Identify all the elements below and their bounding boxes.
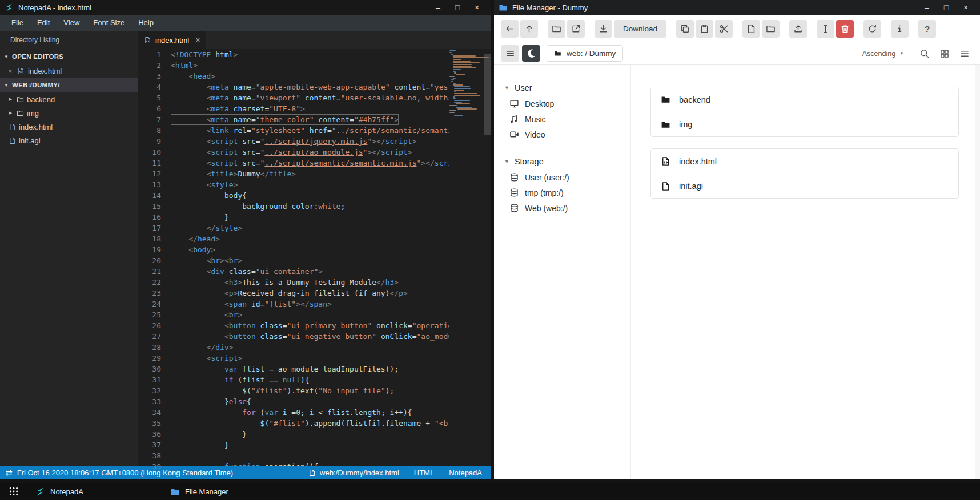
nav-item-web[interactable]: Web (web:/)	[504, 200, 630, 216]
menu-file[interactable]: File	[5, 15, 30, 31]
file-group: backendimg	[650, 87, 959, 137]
code-content[interactable]: <!DOCTYPE html><html> <head> <meta name=…	[171, 49, 449, 466]
tree-item-img[interactable]: ▶img	[0, 106, 138, 120]
maximize-button[interactable]: □	[448, 0, 467, 15]
workspace-section[interactable]: ▼ WEB:/DUMMY/	[0, 78, 138, 92]
minimap[interactable]	[449, 50, 483, 117]
tree-item-init.agi[interactable]: init.agi	[0, 134, 138, 147]
rename-button[interactable]	[817, 20, 834, 38]
file-row-backend[interactable]: backend	[651, 87, 958, 112]
taskbar-item-notepada[interactable]: NotepadA	[27, 483, 162, 500]
line-number: 6	[138, 103, 161, 114]
maximize-button[interactable]: □	[937, 0, 956, 15]
file-manager-titlebar[interactable]: File Manager - Dummy – □ ×	[494, 0, 980, 15]
code-line	[171, 450, 449, 461]
line-number: 12	[138, 168, 161, 179]
desktop-icon	[509, 99, 519, 108]
code-line: <script src="../script/jquery.min.js"></…	[171, 136, 449, 147]
tree-item-index.html[interactable]: index.html	[0, 120, 138, 134]
new-folder-button[interactable]	[762, 20, 780, 38]
scrollbar-thumb[interactable]	[484, 54, 491, 135]
minimize-button[interactable]: –	[917, 0, 937, 15]
code-editor[interactable]: 1234567891011121314151617181920212223242…	[138, 49, 491, 466]
file-row-init.agi[interactable]: init.agi	[651, 174, 958, 198]
editor-scrollbar[interactable]	[483, 49, 491, 466]
nav-item-desktop[interactable]: Desktop	[504, 96, 630, 111]
menu-view[interactable]: View	[57, 15, 86, 31]
editor-sidebar: Directory Listing ▼ OPEN EDITORS × index…	[0, 31, 138, 466]
close-icon[interactable]: ×	[195, 35, 200, 45]
nav-item-label: Web (web:/)	[525, 204, 568, 213]
back-button[interactable]	[501, 20, 519, 38]
download-icon-button[interactable]	[595, 20, 612, 38]
list-view-button[interactable]	[956, 45, 973, 62]
statusbar-app[interactable]: NotepadA	[449, 469, 482, 477]
code-line-text: <script src="../script/ao_module.js"></s…	[171, 147, 412, 158]
nav-item-user[interactable]: User (user:/)	[504, 170, 630, 185]
open-editors-section[interactable]: ▼ OPEN EDITORS	[0, 49, 138, 64]
close-icon[interactable]: ×	[7, 67, 14, 75]
code-line: <meta name="viewport" content="user-scal…	[171, 92, 449, 103]
line-number: 37	[138, 439, 161, 450]
code-line: if (flist == null){	[171, 374, 449, 385]
grid-view-button[interactable]	[936, 45, 953, 62]
line-number: 35	[138, 418, 161, 429]
file-row-img[interactable]: img	[651, 112, 958, 136]
menu-button[interactable]	[501, 45, 519, 62]
delete-button[interactable]	[836, 20, 854, 38]
code-line: <style>	[171, 179, 449, 190]
minimap-line	[454, 88, 471, 89]
line-number: 5	[138, 92, 161, 103]
file-row-index.html[interactable]: index.html	[651, 149, 958, 174]
code-line-text: <style>	[171, 179, 238, 190]
menu-edit[interactable]: Edit	[30, 15, 57, 31]
tab-index-html[interactable]: index.html ×	[138, 31, 206, 49]
nav-header-storage[interactable]: ▼Storage	[504, 154, 630, 170]
chevron-down-icon: ▼	[3, 54, 10, 59]
minimize-button[interactable]: –	[428, 0, 448, 15]
paste-button[interactable]	[696, 20, 713, 38]
info-button[interactable]	[891, 20, 909, 38]
editor-titlebar[interactable]: NotepadA - index.html – □ ×	[0, 0, 491, 15]
video-icon	[509, 130, 519, 139]
nav-header-user[interactable]: ▼User	[504, 80, 630, 96]
close-button[interactable]: ×	[956, 0, 975, 15]
open-editor-item[interactable]: × index.html	[0, 64, 138, 78]
open-folder-button[interactable]	[548, 20, 565, 38]
menu-help[interactable]: Help	[131, 15, 160, 31]
copy-button[interactable]	[676, 20, 694, 38]
code-line-text: </head>	[171, 233, 220, 244]
menu-font-size[interactable]: Font Size	[86, 15, 131, 31]
taskbar-item-file-manager[interactable]: File Manager	[162, 483, 297, 500]
cut-button[interactable]	[715, 20, 733, 38]
new-file-button[interactable]	[742, 20, 760, 38]
up-button[interactable]	[520, 20, 538, 38]
tree-item-backend[interactable]: ▶backend	[0, 92, 138, 106]
minimap-line	[454, 115, 463, 116]
code-line-text: <meta charset="UTF-8">	[171, 103, 305, 114]
path-bar[interactable]: web: / Dummy	[547, 45, 623, 62]
nav-item-music[interactable]: Music	[504, 111, 630, 127]
sync-icon[interactable]: ⇄	[6, 468, 13, 477]
file-manager-scrollbar[interactable]	[975, 65, 980, 479]
darkmode-toggle[interactable]	[522, 45, 540, 62]
app-launcher-button[interactable]	[0, 483, 27, 500]
editor-tabbar: index.html ×	[138, 31, 491, 49]
statusbar-language[interactable]: HTML	[414, 469, 434, 477]
sort-dropdown[interactable]: Ascending ▼	[862, 50, 904, 58]
line-numbers: 1234567891011121314151617181920212223242…	[138, 49, 171, 466]
nav-item-video[interactable]: Video	[504, 127, 630, 142]
statusbar-file[interactable]: web:/Dummy/index.html	[308, 469, 399, 477]
refresh-button[interactable]	[863, 20, 881, 38]
code-line-text: }	[171, 212, 229, 223]
open-new-window-button[interactable]	[567, 20, 585, 38]
workspace-label: WEB:/DUMMY/	[12, 82, 60, 88]
upload-button[interactable]	[789, 20, 807, 38]
file-icon	[17, 67, 25, 75]
help-button[interactable]: ?	[918, 20, 936, 38]
nav-item-tmp[interactable]: tmp (tmp:/)	[504, 185, 630, 200]
line-number: 4	[138, 82, 161, 92]
download-button[interactable]: Download	[614, 20, 666, 38]
search-button[interactable]	[916, 45, 933, 62]
close-button[interactable]: ×	[467, 0, 487, 15]
